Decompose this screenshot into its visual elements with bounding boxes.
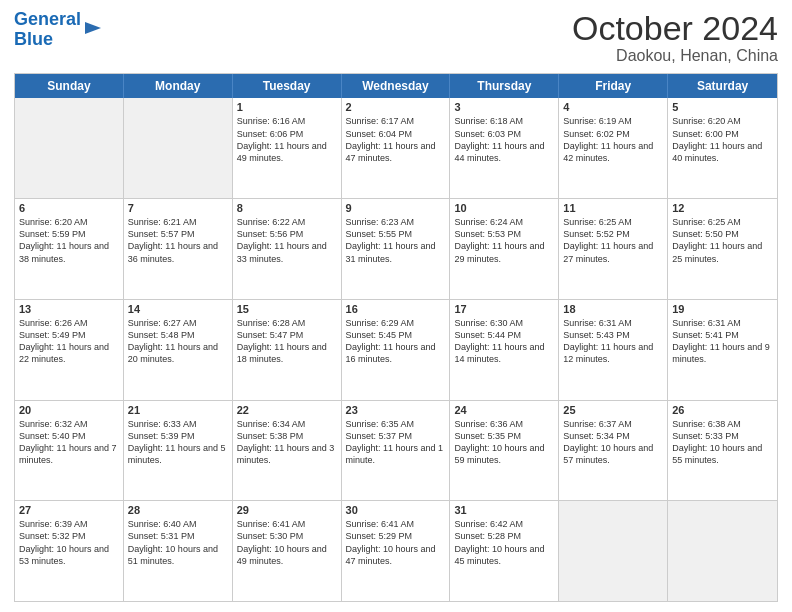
weekday-header-saturday: Saturday (668, 74, 777, 98)
calendar-week-1: 1Sunrise: 6:16 AMSunset: 6:06 PMDaylight… (15, 98, 777, 199)
day-info: Sunrise: 6:31 AMSunset: 5:41 PMDaylight:… (672, 317, 773, 366)
day-info: Sunrise: 6:18 AMSunset: 6:03 PMDaylight:… (454, 115, 554, 164)
empty-cell (668, 501, 777, 601)
day-info: Sunrise: 6:26 AMSunset: 5:49 PMDaylight:… (19, 317, 119, 366)
day-cell-2: 2Sunrise: 6:17 AMSunset: 6:04 PMDaylight… (342, 98, 451, 198)
svg-marker-0 (85, 22, 101, 34)
day-info: Sunrise: 6:36 AMSunset: 5:35 PMDaylight:… (454, 418, 554, 467)
day-cell-11: 11Sunrise: 6:25 AMSunset: 5:52 PMDayligh… (559, 199, 668, 299)
day-cell-8: 8Sunrise: 6:22 AMSunset: 5:56 PMDaylight… (233, 199, 342, 299)
day-info: Sunrise: 6:37 AMSunset: 5:34 PMDaylight:… (563, 418, 663, 467)
day-info: Sunrise: 6:25 AMSunset: 5:50 PMDaylight:… (672, 216, 773, 265)
day-info: Sunrise: 6:30 AMSunset: 5:44 PMDaylight:… (454, 317, 554, 366)
day-cell-9: 9Sunrise: 6:23 AMSunset: 5:55 PMDaylight… (342, 199, 451, 299)
day-number: 19 (672, 303, 773, 315)
day-cell-10: 10Sunrise: 6:24 AMSunset: 5:53 PMDayligh… (450, 199, 559, 299)
day-cell-12: 12Sunrise: 6:25 AMSunset: 5:50 PMDayligh… (668, 199, 777, 299)
day-cell-25: 25Sunrise: 6:37 AMSunset: 5:34 PMDayligh… (559, 401, 668, 501)
day-info: Sunrise: 6:16 AMSunset: 6:06 PMDaylight:… (237, 115, 337, 164)
weekday-header-thursday: Thursday (450, 74, 559, 98)
day-number: 8 (237, 202, 337, 214)
day-number: 9 (346, 202, 446, 214)
day-number: 5 (672, 101, 773, 113)
weekday-header-friday: Friday (559, 74, 668, 98)
day-info: Sunrise: 6:40 AMSunset: 5:31 PMDaylight:… (128, 518, 228, 567)
day-cell-6: 6Sunrise: 6:20 AMSunset: 5:59 PMDaylight… (15, 199, 124, 299)
empty-cell (15, 98, 124, 198)
day-info: Sunrise: 6:38 AMSunset: 5:33 PMDaylight:… (672, 418, 773, 467)
calendar-subtitle: Daokou, Henan, China (572, 47, 778, 65)
day-cell-1: 1Sunrise: 6:16 AMSunset: 6:06 PMDaylight… (233, 98, 342, 198)
day-info: Sunrise: 6:42 AMSunset: 5:28 PMDaylight:… (454, 518, 554, 567)
empty-cell (124, 98, 233, 198)
day-cell-7: 7Sunrise: 6:21 AMSunset: 5:57 PMDaylight… (124, 199, 233, 299)
day-info: Sunrise: 6:25 AMSunset: 5:52 PMDaylight:… (563, 216, 663, 265)
day-number: 2 (346, 101, 446, 113)
day-cell-19: 19Sunrise: 6:31 AMSunset: 5:41 PMDayligh… (668, 300, 777, 400)
day-number: 13 (19, 303, 119, 315)
calendar-title: October 2024 (572, 10, 778, 47)
day-cell-31: 31Sunrise: 6:42 AMSunset: 5:28 PMDayligh… (450, 501, 559, 601)
empty-cell (559, 501, 668, 601)
day-cell-21: 21Sunrise: 6:33 AMSunset: 5:39 PMDayligh… (124, 401, 233, 501)
day-info: Sunrise: 6:41 AMSunset: 5:29 PMDaylight:… (346, 518, 446, 567)
day-info: Sunrise: 6:34 AMSunset: 5:38 PMDaylight:… (237, 418, 337, 467)
day-info: Sunrise: 6:31 AMSunset: 5:43 PMDaylight:… (563, 317, 663, 366)
day-info: Sunrise: 6:19 AMSunset: 6:02 PMDaylight:… (563, 115, 663, 164)
day-number: 25 (563, 404, 663, 416)
logo-arrow-icon (83, 18, 103, 38)
day-info: Sunrise: 6:33 AMSunset: 5:39 PMDaylight:… (128, 418, 228, 467)
day-cell-18: 18Sunrise: 6:31 AMSunset: 5:43 PMDayligh… (559, 300, 668, 400)
day-number: 23 (346, 404, 446, 416)
day-cell-16: 16Sunrise: 6:29 AMSunset: 5:45 PMDayligh… (342, 300, 451, 400)
day-info: Sunrise: 6:28 AMSunset: 5:47 PMDaylight:… (237, 317, 337, 366)
weekday-header-monday: Monday (124, 74, 233, 98)
day-cell-3: 3Sunrise: 6:18 AMSunset: 6:03 PMDaylight… (450, 98, 559, 198)
calendar-week-3: 13Sunrise: 6:26 AMSunset: 5:49 PMDayligh… (15, 300, 777, 401)
day-cell-30: 30Sunrise: 6:41 AMSunset: 5:29 PMDayligh… (342, 501, 451, 601)
day-cell-24: 24Sunrise: 6:36 AMSunset: 5:35 PMDayligh… (450, 401, 559, 501)
day-cell-20: 20Sunrise: 6:32 AMSunset: 5:40 PMDayligh… (15, 401, 124, 501)
day-number: 30 (346, 504, 446, 516)
day-number: 28 (128, 504, 228, 516)
day-number: 10 (454, 202, 554, 214)
day-number: 11 (563, 202, 663, 214)
day-info: Sunrise: 6:21 AMSunset: 5:57 PMDaylight:… (128, 216, 228, 265)
day-number: 31 (454, 504, 554, 516)
day-number: 6 (19, 202, 119, 214)
day-info: Sunrise: 6:20 AMSunset: 6:00 PMDaylight:… (672, 115, 773, 164)
calendar-week-5: 27Sunrise: 6:39 AMSunset: 5:32 PMDayligh… (15, 501, 777, 601)
day-cell-15: 15Sunrise: 6:28 AMSunset: 5:47 PMDayligh… (233, 300, 342, 400)
day-number: 14 (128, 303, 228, 315)
day-number: 4 (563, 101, 663, 113)
header: General Blue October 2024 Daokou, Henan,… (14, 10, 778, 65)
day-number: 12 (672, 202, 773, 214)
day-info: Sunrise: 6:39 AMSunset: 5:32 PMDaylight:… (19, 518, 119, 567)
calendar-week-4: 20Sunrise: 6:32 AMSunset: 5:40 PMDayligh… (15, 401, 777, 502)
day-info: Sunrise: 6:41 AMSunset: 5:30 PMDaylight:… (237, 518, 337, 567)
weekday-header-sunday: Sunday (15, 74, 124, 98)
day-cell-26: 26Sunrise: 6:38 AMSunset: 5:33 PMDayligh… (668, 401, 777, 501)
day-number: 7 (128, 202, 228, 214)
day-number: 1 (237, 101, 337, 113)
day-number: 21 (128, 404, 228, 416)
day-cell-5: 5Sunrise: 6:20 AMSunset: 6:00 PMDaylight… (668, 98, 777, 198)
calendar-header-row: SundayMondayTuesdayWednesdayThursdayFrid… (15, 74, 777, 98)
weekday-header-tuesday: Tuesday (233, 74, 342, 98)
day-info: Sunrise: 6:32 AMSunset: 5:40 PMDaylight:… (19, 418, 119, 467)
day-number: 26 (672, 404, 773, 416)
day-cell-29: 29Sunrise: 6:41 AMSunset: 5:30 PMDayligh… (233, 501, 342, 601)
title-block: October 2024 Daokou, Henan, China (572, 10, 778, 65)
calendar-week-2: 6Sunrise: 6:20 AMSunset: 5:59 PMDaylight… (15, 199, 777, 300)
day-cell-23: 23Sunrise: 6:35 AMSunset: 5:37 PMDayligh… (342, 401, 451, 501)
page-container: General Blue October 2024 Daokou, Henan,… (0, 0, 792, 612)
day-number: 17 (454, 303, 554, 315)
day-info: Sunrise: 6:20 AMSunset: 5:59 PMDaylight:… (19, 216, 119, 265)
day-cell-28: 28Sunrise: 6:40 AMSunset: 5:31 PMDayligh… (124, 501, 233, 601)
day-cell-22: 22Sunrise: 6:34 AMSunset: 5:38 PMDayligh… (233, 401, 342, 501)
day-cell-14: 14Sunrise: 6:27 AMSunset: 5:48 PMDayligh… (124, 300, 233, 400)
day-info: Sunrise: 6:27 AMSunset: 5:48 PMDaylight:… (128, 317, 228, 366)
day-number: 3 (454, 101, 554, 113)
day-info: Sunrise: 6:17 AMSunset: 6:04 PMDaylight:… (346, 115, 446, 164)
day-number: 24 (454, 404, 554, 416)
